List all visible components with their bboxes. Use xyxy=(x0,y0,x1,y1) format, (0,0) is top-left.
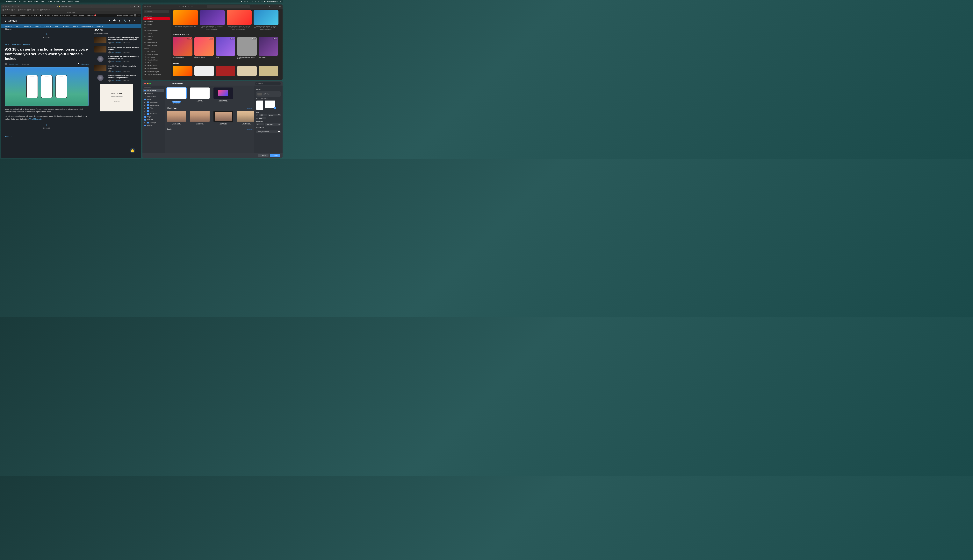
station-card[interactable]: CAKE, Regina Spektor, The Lumineers, Wee… xyxy=(200,10,225,31)
nav-iphone[interactable]: iPhone ⌄ xyxy=(44,25,51,27)
station-card[interactable]: Albert Hammond Jr, Young the Giant, Fitz… xyxy=(227,10,252,31)
search-icon[interactable]: ⌕ xyxy=(139,15,140,16)
playlist-item[interactable]: ⚙Top 25 Most Played xyxy=(142,73,171,76)
album-card[interactable] xyxy=(216,66,235,76)
cancel-button[interactable]: Cancel xyxy=(258,154,269,157)
playlist-item[interactable]: ⚙My Top Rated xyxy=(142,64,171,67)
control-center-icon[interactable]: ⌥ xyxy=(261,0,262,2)
nav-mac[interactable]: Mac ⌄ xyxy=(55,25,60,27)
show-all-link[interactable]: Show All xyxy=(247,128,252,130)
sidebar-video[interactable]: ▶Video xyxy=(142,110,165,112)
music-search-input[interactable]: ⌕ Search xyxy=(144,10,169,13)
new-tab-button[interactable]: + xyxy=(134,5,135,8)
play-button[interactable]: ▶ xyxy=(185,6,186,8)
tag-link[interactable]: IOS 18 xyxy=(5,44,9,45)
darkmode-icon[interactable]: ◐ xyxy=(128,19,131,22)
wp-comments[interactable]: 💬 2 xyxy=(40,15,43,16)
chevron-down-icon[interactable]: ⌄ xyxy=(18,20,19,22)
wp-my-sites[interactable]: ☷ My Sites xyxy=(8,15,16,16)
site-logo[interactable]: 9TO5Mac xyxy=(5,19,17,22)
menu-view[interactable]: View xyxy=(62,0,65,2)
status-icon[interactable]: ⎋ xyxy=(247,0,248,2)
close-window-button[interactable] xyxy=(144,83,146,84)
sidebar-whats-new[interactable]: ★What's New xyxy=(142,95,165,98)
bluetooth-icon[interactable]: ᛒ xyxy=(249,0,251,2)
show-all-link[interactable]: Show All xyxy=(247,108,252,109)
tabs-overview-icon[interactable]: ▣ xyxy=(138,6,140,7)
sidebar-social-media[interactable]: ▶Social Media xyxy=(142,103,165,107)
queue-button[interactable]: ☰ xyxy=(279,6,281,8)
station-card[interactable]: MusicHeartbreak xyxy=(259,37,278,60)
playlist-item[interactable]: ⚙Music Videos xyxy=(142,62,171,64)
minimize-window-button[interactable] xyxy=(147,83,149,84)
sidebar-ad[interactable]: PANDORA LAB-GROWN DIAMONDS SHOP NOW xyxy=(100,84,133,112)
wp-wpforms[interactable]: WPForms 6 xyxy=(87,14,96,16)
station-card[interactable]: MusicM Potuck's Station xyxy=(173,37,192,60)
nav-exclusives[interactable]: Exclusives xyxy=(5,25,12,27)
orientation-portrait[interactable] xyxy=(256,100,263,110)
template-solid-color[interactable]: Solid ColorFrame (3 Sizes) xyxy=(167,111,186,125)
repeat-button[interactable]: ⟳ xyxy=(191,6,192,8)
sidebar-toggle-icon[interactable]: ▤ xyxy=(12,6,13,7)
menu-help[interactable]: Help xyxy=(75,0,79,2)
ad-cta-button[interactable]: SHOP NOW xyxy=(113,101,121,103)
tag-link[interactable]: AUTOMATION xyxy=(12,44,21,45)
wp-customize[interactable]: ✎ Customize xyxy=(28,15,37,16)
share-icon[interactable]: ⤴ xyxy=(130,6,131,7)
next-track-button[interactable]: ⏭ xyxy=(188,6,189,8)
menu-window[interactable]: Window xyxy=(67,0,73,2)
sidebar-resume[interactable]: Resume xyxy=(142,118,165,121)
template-last-used[interactable]: Last Used 5120 × 2880 xyxy=(167,88,186,104)
close-window-button[interactable] xyxy=(3,6,4,7)
sidebar-recently-added[interactable]: ⊕Recently Added xyxy=(142,29,171,32)
menu-edit[interactable]: Edit xyxy=(23,0,25,2)
menu-format[interactable]: Format xyxy=(47,0,52,2)
station-card[interactable]: MusicDiscovery Station xyxy=(194,37,214,60)
menubar-datetime[interactable]: Thu Jun 13 4:59 PM xyxy=(267,0,281,2)
wp-new[interactable]: + New xyxy=(45,15,50,16)
zoom-window-button[interactable] xyxy=(149,6,151,7)
add-icon[interactable]: ⊕ xyxy=(108,19,111,22)
sidebar-radio[interactable]: ◎Radio xyxy=(142,23,171,26)
album-card[interactable] xyxy=(173,66,192,76)
nav-guides[interactable]: Guides ⌄ xyxy=(97,25,103,27)
wrench-icon[interactable]: 🔧 xyxy=(123,19,126,22)
playlist-item[interactable]: ★Favorite Songs xyxy=(142,53,171,56)
sidebar-artists[interactable]: ♪Artists xyxy=(142,32,171,35)
create-button[interactable]: Create xyxy=(270,154,280,157)
sidebar-app-store[interactable]: ▶App Store xyxy=(142,112,165,115)
wp-logo-icon[interactable]: ⓦ xyxy=(3,14,4,17)
minimize-window-button[interactable] xyxy=(5,6,7,7)
safari-tab[interactable]: Smörgåsbord xyxy=(40,9,50,11)
sidebar-article[interactable]: Starship Flight 4 makes a big splash, tw… xyxy=(94,65,139,72)
sidebar-home[interactable]: ⌂Home xyxy=(143,17,170,20)
nav-ipad[interactable]: iPad ⌄ xyxy=(73,25,78,27)
station-card[interactable]: Jack Johnson, Ben Howard, The Brinks, 34… xyxy=(254,10,279,31)
expand-button[interactable]: + EXPAND xyxy=(5,122,89,129)
prev-track-button[interactable]: ⏮ xyxy=(182,6,184,8)
sidebar-article[interactable]: Watch Boeing Starliner dock with the Int… xyxy=(94,75,139,82)
wp-howdy[interactable]: Howdy, Michael Potuck xyxy=(117,14,136,17)
safari-start-page-tab[interactable]: ✦ Start Page xyxy=(1,11,141,13)
sidebar-browse[interactable]: ▦Browse xyxy=(142,20,171,23)
nav-podcasts[interactable]: Podcasts ⌄ xyxy=(23,25,31,27)
resolution-unit-select[interactable]: pixels/inch xyxy=(265,123,281,126)
zoom-window-button[interactable] xyxy=(149,83,151,84)
comments-link[interactable]: 5 Comments xyxy=(81,63,89,65)
close-window-button[interactable] xyxy=(144,6,146,7)
nav-back-button[interactable]: ‹ xyxy=(15,6,16,7)
menu-insert[interactable]: Insert xyxy=(28,0,32,2)
width-input[interactable] xyxy=(259,114,267,116)
notification-bell-button[interactable]: 🔔 xyxy=(130,148,135,153)
wp-site-link[interactable]: ⌂ 9to5Mac xyxy=(18,15,26,16)
shuffle-button[interactable]: ⤨ xyxy=(179,6,181,8)
sidebar-recents[interactable]: 🕐Recents xyxy=(142,92,165,95)
siri-icon[interactable]: ◉ xyxy=(264,0,266,2)
safari-tab[interactable]: 9to5Mac xyxy=(3,9,10,11)
resolution-input[interactable] xyxy=(256,123,264,125)
template-default[interactable]: Default 5120 × 2880 xyxy=(190,88,210,104)
album-card[interactable] xyxy=(237,66,257,76)
help-icon[interactable]: ? xyxy=(251,82,252,84)
preset-dropdown[interactable]: Custom 5120 × 2880 ⌄ xyxy=(256,92,281,97)
menu-arrange[interactable]: Arrange xyxy=(54,0,59,2)
